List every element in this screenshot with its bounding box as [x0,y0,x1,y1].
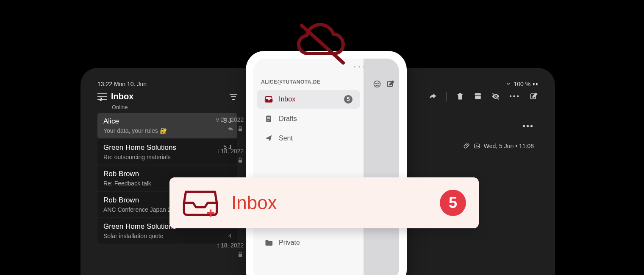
inbox-overlay-label: Inbox [231,192,277,213]
lock-icon [237,157,244,164]
sidebar-item-inbox[interactable]: Inbox5 [257,90,360,109]
tablet-clock: 13:22 Mon 10. Jun [97,81,147,87]
mail-subject: Solar installation quote [103,233,231,239]
inbox-icon [264,95,273,104]
more-icon[interactable]: ••• [509,93,520,100]
svg-point-4 [476,145,477,146]
message-more-icon[interactable]: ••• [522,121,534,131]
menu-badge: 2 [97,96,107,97]
sidebar-item-label: Inbox [279,95,295,103]
message-toolbar: ••• [428,92,538,101]
mail-subject: Re: outsourcing materials [103,154,231,160]
svg-point-15 [374,81,380,87]
folder-icon [264,239,273,247]
attachment-icon [464,143,470,149]
bg-mail-row: v 24, 2022 [216,109,247,140]
sidebar-item-private[interactable]: Private [257,233,360,252]
filter-icon[interactable] [230,94,237,100]
sidebar-item-label: Private [279,239,300,247]
message-date: Wed, 5 Jun • 11:08 [464,143,534,149]
lock-icon [237,251,244,258]
sidebar-item-sent[interactable]: Sent [257,129,360,148]
svg-rect-7 [239,254,242,257]
image-icon [474,143,480,149]
toolbar-divider [446,92,447,101]
svg-rect-14 [267,120,269,121]
svg-rect-12 [267,117,270,118]
sidebar-item-label: Sent [279,135,293,142]
folder-badge: 5 [344,95,353,104]
lock-icon [237,126,244,132]
hide-icon[interactable] [491,92,500,101]
svg-rect-6 [239,160,242,163]
svg-point-16 [376,83,377,84]
account-label: ALICE@TUTANOTA.DE [253,79,364,89]
bg-mail-row: t 18, 2022 [216,140,247,171]
svg-rect-5 [239,129,242,132]
menu-icon[interactable]: 2 [97,93,107,100]
mail-subject: Your data, your rules 🔐 [103,127,231,134]
compose-small-icon[interactable] [386,80,395,88]
svg-rect-13 [267,118,270,119]
inbox-overlay-count: 5 [440,190,466,216]
mail-sender: Rob Brown [103,170,231,178]
emoji-icon[interactable] [373,80,381,88]
svg-point-17 [378,83,379,84]
mail-sender: Green Home Solutions [103,143,231,152]
inbox-overlay: Inbox 5 [169,177,479,228]
svg-rect-3 [475,144,480,148]
compose-icon[interactable] [530,92,538,101]
phone-message-pane [364,59,399,275]
folder-title: Inbox [111,92,133,101]
svg-line-19 [302,25,343,63]
archive-icon[interactable] [474,92,482,101]
sidebar-item-drafts[interactable]: Drafts [257,109,360,128]
bg-mail-row: t 18, 2022 [216,234,247,266]
tablet-battery: ᯤ 100 % ▮▮ [506,81,538,87]
sidebar-item-label: Drafts [279,115,297,123]
mail-sender: Alice [103,117,231,126]
phone-sidebar: ALICE@TUTANOTA.DE Inbox5DraftsSent YOUR … [253,59,364,275]
trash-icon[interactable] [456,92,464,101]
inbox-large-icon [182,188,219,218]
drafts-icon [264,115,273,123]
bg-mail-row: t 18, 2022 [216,266,247,275]
cloud-off-icon [293,20,353,69]
reply-icon [228,126,234,132]
sent-icon [264,134,273,143]
forward-icon[interactable] [428,92,437,101]
phone-device: • • • • ALICE@TUTANOTA.DE Inbox5DraftsSe… [246,51,407,275]
